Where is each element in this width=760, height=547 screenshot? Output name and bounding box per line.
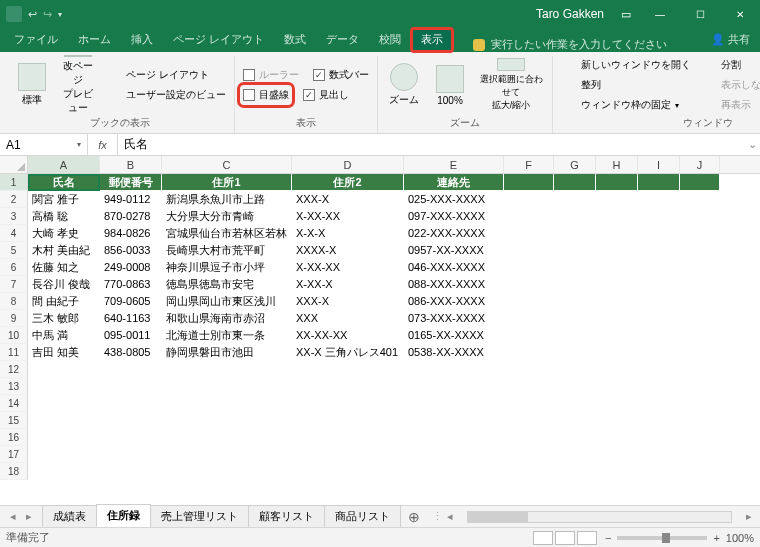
cell[interactable] [162,412,292,429]
cell[interactable] [504,225,554,242]
cell[interactable] [554,344,596,361]
cell[interactable]: 木村 美由紀 [28,242,100,259]
cell[interactable] [638,259,680,276]
cell[interactable] [596,293,638,310]
col-header[interactable]: A [28,156,100,173]
cell[interactable] [162,395,292,412]
cell[interactable]: 086-XXX-XXXX [404,293,504,310]
cell[interactable] [554,327,596,344]
row-header[interactable]: 17 [0,446,28,463]
cell[interactable] [638,361,680,378]
cell[interactable] [504,395,554,412]
cell[interactable]: 大崎 孝史 [28,225,100,242]
cell[interactable] [596,463,638,480]
tab-review[interactable]: 校閲 [369,28,411,52]
cell[interactable] [596,361,638,378]
cell[interactable] [596,378,638,395]
cell[interactable] [680,225,720,242]
cell[interactable] [504,412,554,429]
row-header[interactable]: 1 [0,174,28,191]
cell[interactable] [638,293,680,310]
cell[interactable] [554,361,596,378]
cell[interactable] [554,463,596,480]
redo-icon[interactable]: ↪ [43,8,52,21]
scroll-left-icon[interactable]: ◂ [443,510,457,523]
scroll-right-icon[interactable]: ▸ [742,510,756,523]
cell[interactable]: 中馬 満 [28,327,100,344]
cell[interactable] [162,378,292,395]
cell[interactable] [596,225,638,242]
cell[interactable] [680,344,720,361]
cell[interactable]: 関宮 雅子 [28,191,100,208]
save-icon[interactable] [6,6,22,22]
cell[interactable] [100,429,162,446]
cell[interactable]: 095-0011 [100,327,162,344]
cell[interactable] [554,259,596,276]
row-header[interactable]: 18 [0,463,28,480]
col-header[interactable]: F [504,156,554,173]
zoom-to-selection-button[interactable]: 選択範囲に合わせて 拡大/縮小 [476,57,546,113]
cell[interactable] [638,327,680,344]
cell[interactable] [596,344,638,361]
col-header[interactable]: C [162,156,292,173]
cell[interactable]: 438-0805 [100,344,162,361]
headings-checkbox[interactable]: 見出し [301,86,351,104]
cell[interactable] [554,242,596,259]
cell[interactable] [638,344,680,361]
formula-input[interactable]: 氏名 [118,134,744,155]
gridlines-checkbox[interactable]: 目盛線 [241,86,291,104]
zoom-button[interactable]: ズーム [384,57,424,113]
cell[interactable]: 640-1163 [100,310,162,327]
cell[interactable] [680,242,720,259]
cell[interactable] [638,463,680,480]
cell[interactable] [504,310,554,327]
cell[interactable]: 949-0112 [100,191,162,208]
tab-data[interactable]: データ [316,28,369,52]
table-header-cell[interactable] [504,174,554,191]
zoom-level[interactable]: 100% [726,532,754,544]
cell[interactable] [28,412,100,429]
cell[interactable] [554,293,596,310]
cell[interactable]: 046-XXX-XXXX [404,259,504,276]
row-header[interactable]: 8 [0,293,28,310]
cell[interactable]: XXXX-X [292,242,404,259]
cell[interactable] [504,259,554,276]
cell[interactable]: X-X-X [292,225,404,242]
cell[interactable] [554,225,596,242]
table-header-cell[interactable]: 住所2 [292,174,404,191]
col-header[interactable]: I [638,156,680,173]
cell[interactable]: 新潟県糸魚川市上路 [162,191,292,208]
cell[interactable] [596,412,638,429]
cell[interactable] [554,446,596,463]
cell[interactable] [162,429,292,446]
cell[interactable]: 宮城県仙台市若林区若林 [162,225,292,242]
cell[interactable] [680,361,720,378]
zoom-100-button[interactable]: 100% [430,57,470,113]
cell[interactable] [504,446,554,463]
cell[interactable] [596,191,638,208]
cell[interactable] [680,378,720,395]
tell-me[interactable]: 実行したい作業を入力してください [453,37,701,52]
cell[interactable] [554,276,596,293]
scroll-thumb[interactable] [468,512,528,522]
cell[interactable] [28,446,100,463]
freeze-panes-button[interactable]: ウィンドウ枠の固定 ▾ [559,96,693,114]
row-header[interactable]: 4 [0,225,28,242]
normal-view-icon[interactable] [533,531,553,545]
cell[interactable] [292,378,404,395]
ruler-checkbox[interactable]: ルーラー [241,66,301,84]
table-header-cell[interactable]: 住所1 [162,174,292,191]
cell[interactable] [638,310,680,327]
cell[interactable] [292,361,404,378]
table-header-cell[interactable]: 郵便番号 [100,174,162,191]
row-header[interactable]: 12 [0,361,28,378]
cell[interactable] [596,327,638,344]
row-header[interactable]: 13 [0,378,28,395]
cell[interactable] [680,191,720,208]
cell[interactable] [680,412,720,429]
tab-home[interactable]: ホーム [68,28,121,52]
cell[interactable] [554,429,596,446]
tab-file[interactable]: ファイル [4,28,68,52]
col-header[interactable]: B [100,156,162,173]
cell[interactable] [28,361,100,378]
